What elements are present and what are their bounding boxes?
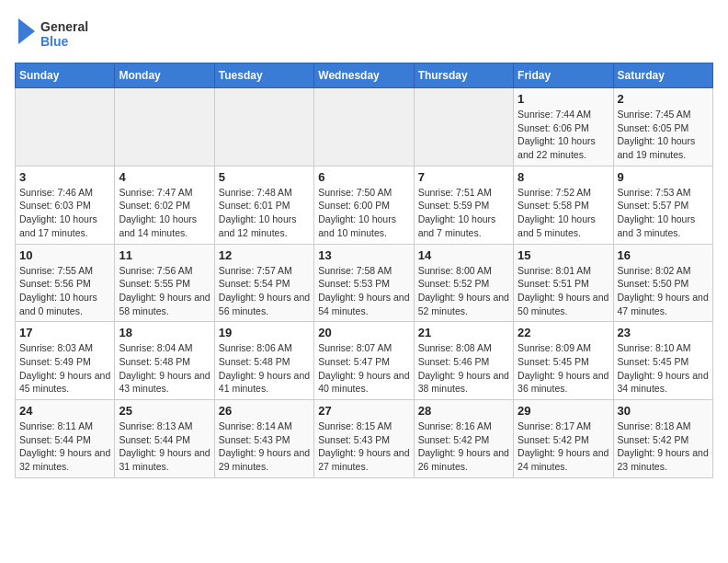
calendar-cell: 19Sunrise: 8:06 AM Sunset: 5:48 PM Dayli… [214,322,313,400]
day-info: Sunrise: 7:51 AM Sunset: 5:59 PM Dayligh… [418,186,509,240]
day-info: Sunrise: 7:55 AM Sunset: 5:56 PM Dayligh… [19,264,110,318]
day-info: Sunrise: 7:45 AM Sunset: 6:05 PM Dayligh… [618,108,709,162]
calendar-cell: 26Sunrise: 8:14 AM Sunset: 5:43 PM Dayli… [214,400,313,478]
calendar-cell: 11Sunrise: 7:56 AM Sunset: 5:55 PM Dayli… [115,244,214,322]
logo-svg: GeneralBlue [15,15,97,52]
day-number: 5 [219,170,310,184]
day-info: Sunrise: 8:10 AM Sunset: 5:45 PM Dayligh… [618,341,709,396]
day-info: Sunrise: 8:16 AM Sunset: 5:42 PM Dayligh… [418,419,509,474]
svg-marker-2 [18,18,35,44]
day-info: Sunrise: 7:50 AM Sunset: 6:00 PM Dayligh… [318,186,409,240]
day-number: 26 [219,404,310,418]
day-info: Sunrise: 8:08 AM Sunset: 5:46 PM Dayligh… [418,341,509,396]
day-number: 13 [318,248,409,262]
day-number: 4 [119,170,210,184]
calendar-week-row: 3Sunrise: 7:46 AM Sunset: 6:03 PM Daylig… [16,166,713,244]
day-info: Sunrise: 7:58 AM Sunset: 5:53 PM Dayligh… [318,264,409,318]
calendar-week-row: 24Sunrise: 8:11 AM Sunset: 5:44 PM Dayli… [16,400,713,478]
weekday-header: Tuesday [214,63,313,88]
day-number: 25 [119,404,210,418]
day-info: Sunrise: 7:53 AM Sunset: 5:57 PM Dayligh… [618,186,709,240]
day-info: Sunrise: 8:17 AM Sunset: 5:42 PM Dayligh… [518,419,609,474]
logo: GeneralBlue [15,15,97,52]
calendar-cell: 14Sunrise: 8:00 AM Sunset: 5:52 PM Dayli… [414,244,513,322]
day-info: Sunrise: 8:11 AM Sunset: 5:44 PM Dayligh… [19,419,110,474]
calendar-cell [414,88,513,167]
calendar-cell: 23Sunrise: 8:10 AM Sunset: 5:45 PM Dayli… [613,322,712,400]
day-number: 18 [119,326,210,339]
day-number: 10 [19,248,110,262]
calendar-cell [314,88,414,167]
calendar-cell: 7Sunrise: 7:51 AM Sunset: 5:59 PM Daylig… [414,166,513,244]
calendar-cell [115,88,214,167]
day-info: Sunrise: 7:57 AM Sunset: 5:54 PM Dayligh… [219,264,310,318]
weekday-header: Thursday [414,63,513,88]
svg-text:Blue: Blue [40,34,69,49]
day-number: 20 [318,326,409,339]
calendar-cell: 17Sunrise: 8:03 AM Sunset: 5:49 PM Dayli… [16,322,115,400]
calendar-cell [214,88,313,167]
day-number: 12 [219,248,310,262]
calendar-cell: 21Sunrise: 8:08 AM Sunset: 5:46 PM Dayli… [414,322,513,400]
day-info: Sunrise: 8:13 AM Sunset: 5:44 PM Dayligh… [119,419,210,474]
day-info: Sunrise: 7:56 AM Sunset: 5:55 PM Dayligh… [119,264,210,318]
day-info: Sunrise: 8:06 AM Sunset: 5:48 PM Dayligh… [219,341,310,396]
calendar-cell: 27Sunrise: 8:15 AM Sunset: 5:43 PM Dayli… [314,400,414,478]
weekday-header: Saturday [613,63,712,88]
calendar-cell: 22Sunrise: 8:09 AM Sunset: 5:45 PM Dayli… [514,322,613,400]
day-info: Sunrise: 8:04 AM Sunset: 5:48 PM Dayligh… [119,341,210,396]
day-info: Sunrise: 7:52 AM Sunset: 5:58 PM Dayligh… [518,186,609,240]
day-number: 11 [119,248,210,262]
calendar-cell: 24Sunrise: 8:11 AM Sunset: 5:44 PM Dayli… [16,400,115,478]
day-info: Sunrise: 8:18 AM Sunset: 5:42 PM Dayligh… [618,419,709,474]
calendar-header-row: SundayMondayTuesdayWednesdayThursdayFrid… [16,63,713,88]
calendar-cell [16,88,115,167]
calendar-week-row: 1Sunrise: 7:44 AM Sunset: 6:06 PM Daylig… [16,88,713,167]
calendar-cell: 13Sunrise: 7:58 AM Sunset: 5:53 PM Dayli… [314,244,414,322]
weekday-header: Sunday [16,63,115,88]
day-number: 28 [418,404,509,418]
day-number: 16 [618,248,709,262]
day-info: Sunrise: 7:44 AM Sunset: 6:06 PM Dayligh… [518,108,609,162]
calendar-cell: 16Sunrise: 8:02 AM Sunset: 5:50 PM Dayli… [613,244,712,322]
day-number: 9 [618,170,709,184]
day-number: 7 [418,170,509,184]
day-number: 6 [318,170,409,184]
day-number: 3 [19,170,110,184]
calendar-cell: 2Sunrise: 7:45 AM Sunset: 6:05 PM Daylig… [613,88,712,167]
day-info: Sunrise: 7:48 AM Sunset: 6:01 PM Dayligh… [219,186,310,240]
weekday-header: Wednesday [314,63,414,88]
calendar-table: SundayMondayTuesdayWednesdayThursdayFrid… [15,63,713,478]
calendar-cell: 3Sunrise: 7:46 AM Sunset: 6:03 PM Daylig… [16,166,115,244]
calendar-cell: 6Sunrise: 7:50 AM Sunset: 6:00 PM Daylig… [314,166,414,244]
calendar-cell: 29Sunrise: 8:17 AM Sunset: 5:42 PM Dayli… [514,400,613,478]
calendar-cell: 5Sunrise: 7:48 AM Sunset: 6:01 PM Daylig… [214,166,313,244]
calendar-week-row: 17Sunrise: 8:03 AM Sunset: 5:49 PM Dayli… [16,322,713,400]
day-number: 29 [518,404,609,418]
calendar-cell: 1Sunrise: 7:44 AM Sunset: 6:06 PM Daylig… [514,88,613,167]
day-number: 19 [219,326,310,339]
weekday-header: Friday [514,63,613,88]
calendar-cell: 8Sunrise: 7:52 AM Sunset: 5:58 PM Daylig… [514,166,613,244]
calendar-cell: 15Sunrise: 8:01 AM Sunset: 5:51 PM Dayli… [514,244,613,322]
day-number: 24 [19,404,110,418]
calendar-cell: 28Sunrise: 8:16 AM Sunset: 5:42 PM Dayli… [414,400,513,478]
calendar-cell: 18Sunrise: 8:04 AM Sunset: 5:48 PM Dayli… [115,322,214,400]
day-number: 21 [418,326,509,339]
day-info: Sunrise: 8:15 AM Sunset: 5:43 PM Dayligh… [318,419,409,474]
day-number: 2 [618,92,709,106]
calendar-cell: 9Sunrise: 7:53 AM Sunset: 5:57 PM Daylig… [613,166,712,244]
calendar-cell: 12Sunrise: 7:57 AM Sunset: 5:54 PM Dayli… [214,244,313,322]
calendar-cell: 4Sunrise: 7:47 AM Sunset: 6:02 PM Daylig… [115,166,214,244]
day-info: Sunrise: 7:47 AM Sunset: 6:02 PM Dayligh… [119,186,210,240]
day-info: Sunrise: 8:14 AM Sunset: 5:43 PM Dayligh… [219,419,310,474]
day-info: Sunrise: 8:09 AM Sunset: 5:45 PM Dayligh… [518,341,609,396]
day-number: 23 [618,326,709,339]
svg-text:General: General [40,19,88,34]
day-number: 1 [518,92,609,106]
day-number: 15 [518,248,609,262]
day-number: 14 [418,248,509,262]
calendar-week-row: 10Sunrise: 7:55 AM Sunset: 5:56 PM Dayli… [16,244,713,322]
day-number: 27 [318,404,409,418]
calendar-cell: 25Sunrise: 8:13 AM Sunset: 5:44 PM Dayli… [115,400,214,478]
